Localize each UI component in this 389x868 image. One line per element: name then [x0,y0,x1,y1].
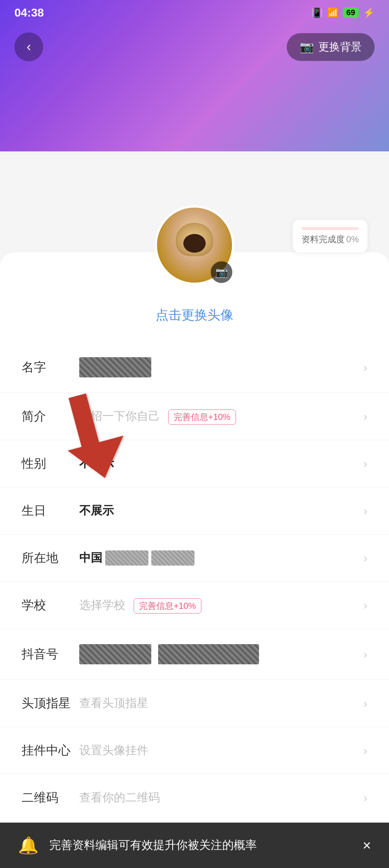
avatar-camera-icon: 📷 [211,261,232,283]
camera-overlay-icon: 📷 [215,266,228,278]
label-school: 学校 [22,597,72,614]
field-birthday[interactable]: 生日 不展示 › [0,487,389,535]
field-star[interactable]: 头顶指星 查看头顶指星 › [0,680,389,727]
chevron-douyin: › [363,648,367,661]
back-arrow-icon: ‹ [27,39,31,54]
label-bio: 简介 [22,408,72,425]
chevron-star: › [363,697,367,710]
label-widget: 挂件中心 [22,742,72,759]
field-name[interactable]: 名字 › [0,342,389,393]
field-gender[interactable]: 性别 不展示 › [0,440,389,487]
completion-percent: 0% [346,234,359,244]
completion-badge: 资料完成度 0% [293,220,367,252]
camera-icon: 📷 [300,40,314,54]
label-qrcode: 二维码 [22,789,72,806]
status-bar: 04:38 📳 📶 69 ⚡ [0,0,389,25]
label-douyin: 抖音号 [22,646,72,663]
status-time: 04:38 [14,6,44,19]
form-list: 名字 › 简介 介绍一下你自己 完善信息+10% › 性别 不展示 › 生日 不… [0,342,389,821]
scribble-douyin-2 [158,644,259,664]
value-location: 中国 [79,550,356,566]
location-scribble-2 [151,550,194,566]
change-bg-label: 更换背景 [318,40,362,54]
label-name: 名字 [22,359,72,376]
value-name [79,357,356,377]
location-scribble [105,550,148,566]
notification-close-button[interactable]: × [363,837,371,854]
content-card: 📷 资料完成度 0% 点击更换头像 [0,252,389,868]
completion-bar-track [301,227,359,230]
value-gender: 不展示 [79,456,356,471]
label-birthday: 生日 [22,502,72,519]
completion-text: 资料完成度 0% [301,234,359,245]
chevron-name: › [363,361,367,374]
scribble-name [79,357,151,377]
chevron-birthday: › [363,504,367,518]
status-icons: 📳 📶 69 ⚡ [311,7,375,18]
back-button[interactable]: ‹ [14,32,43,61]
label-gender: 性别 [22,455,72,472]
bio-badge: 完善信息+10% [168,409,236,425]
bio-placeholder: 介绍一下你自己 [79,409,160,422]
chevron-gender: › [363,457,367,470]
change-avatar-text[interactable]: 点击更换头像 [156,299,233,331]
chevron-qrcode: › [363,791,367,805]
battery-level: 69 [343,7,359,18]
school-placeholder: 选择学校 [79,598,125,611]
wifi-icon: 📶 [327,7,339,18]
notification-bar: 🔔 完善资料编辑可有效提升你被关注的概率 × [0,823,389,868]
value-school: 选择学校 完善信息+10% [79,597,356,614]
avatar-section: 📷 资料完成度 0% 点击更换头像 [0,252,389,331]
value-birthday: 不展示 [79,503,356,519]
school-badge: 完善信息+10% [134,598,201,614]
value-widget: 设置头像挂件 [79,743,356,758]
chevron-widget: › [363,744,367,757]
top-nav: ‹ 📷 更换背景 [0,25,389,68]
value-bio: 介绍一下你自己 完善信息+10% [79,408,356,425]
field-widget[interactable]: 挂件中心 设置头像挂件 › [0,727,389,774]
label-location: 所在地 [22,550,72,566]
value-qrcode: 查看你的二维码 [79,790,356,806]
avatar-wrapper[interactable]: 📷 [155,205,234,285]
chevron-school: › [363,599,367,612]
value-douyin [79,644,356,664]
field-bio[interactable]: 简介 介绍一下你自己 完善信息+10% › [0,393,389,440]
location-country: 中国 [79,550,102,566]
field-location[interactable]: 所在地 中国 › [0,535,389,582]
chevron-location: › [363,552,367,565]
scribble-douyin-1 [79,644,151,664]
chevron-bio: › [363,410,367,423]
field-qrcode[interactable]: 二维码 查看你的二维码 › [0,774,389,821]
label-star: 头顶指星 [22,695,72,712]
notification-bell-icon: 🔔 [18,836,39,855]
notification-text: 完善资料编辑可有效提升你被关注的概率 [49,837,352,853]
vibrate-icon: 📳 [311,7,323,18]
value-star: 查看头顶指星 [79,695,356,711]
completion-label: 资料完成度 [301,234,345,244]
field-school[interactable]: 学校 选择学校 完善信息+10% › [0,582,389,629]
change-background-button[interactable]: 📷 更换背景 [287,33,375,61]
field-douyin[interactable]: 抖音号 › [0,629,389,680]
bolt-icon: ⚡ [363,7,375,18]
